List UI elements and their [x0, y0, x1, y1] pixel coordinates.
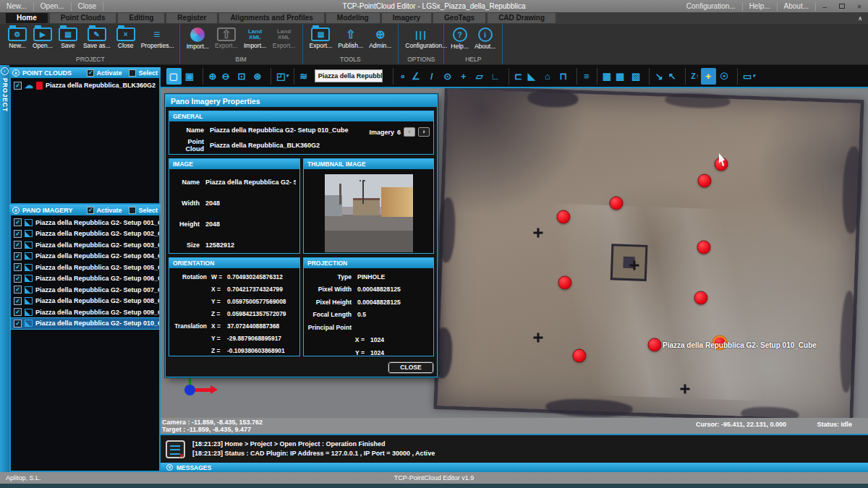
item-checkbox[interactable]	[14, 241, 22, 249]
select-checkbox[interactable]: Select	[129, 69, 158, 77]
ribbon-button[interactable]: ⊕Admin...	[366, 25, 394, 56]
ribbon-button[interactable]: ▤Save	[56, 25, 80, 56]
draw-polyline-icon[interactable]: ∠	[409, 68, 424, 85]
collapse-left-icon[interactable]: ‹	[1, 67, 9, 75]
titlebar-menu-item[interactable]: Open...	[34, 2, 72, 11]
menu-tab[interactable]: Alignments and Profiles	[219, 13, 323, 23]
ribbon-button[interactable]: ▶Open...	[30, 25, 56, 56]
screen-layout-icon[interactable]: ▭▾	[737, 68, 755, 85]
chevron-up-icon[interactable]: ∧	[12, 69, 20, 77]
menu-tab[interactable]: Point Clouds	[50, 13, 116, 23]
titlebar-menu-item[interactable]: New...	[0, 2, 34, 11]
item-checkbox[interactable]	[14, 297, 22, 305]
item-checkbox[interactable]	[14, 275, 22, 283]
scan-station-marker[interactable]	[534, 333, 543, 343]
item-checkbox[interactable]	[14, 263, 22, 271]
color-swatch[interactable]	[36, 82, 43, 90]
item-checkbox[interactable]	[14, 218, 22, 226]
pano-list-item[interactable]: Piazza della Repubblica G2- Setup 002_Cu…	[11, 228, 159, 240]
titlebar-menu-item[interactable]: Close	[72, 2, 104, 11]
select-checkbox[interactable]: Select	[129, 207, 158, 214]
zoom-out-icon[interactable]: ⊖	[218, 68, 234, 85]
ribbon-button[interactable]: ▤Export...	[307, 25, 336, 56]
close-window-icon[interactable]: ×	[851, 1, 868, 12]
draw-surface-icon[interactable]: ▱	[472, 68, 488, 85]
axes-widget-icon[interactable]: +	[701, 68, 716, 85]
menu-tab[interactable]: CAD Drawing	[488, 13, 556, 23]
draw-circle-icon[interactable]: ⊙	[441, 68, 456, 85]
ribbon-button[interactable]: ≡Properties...	[138, 25, 176, 56]
vector-back-icon[interactable]: ↖	[665, 68, 680, 85]
layers-icon[interactable]: ≋	[294, 68, 309, 85]
ribbon-button[interactable]: |||Configuration...	[402, 25, 440, 56]
select-rectangle-icon[interactable]: ▢	[166, 68, 182, 85]
item-checkbox[interactable]	[14, 252, 22, 260]
annotation-icon[interactable]: ≡	[576, 68, 592, 85]
close-button[interactable]: CLOSE	[388, 362, 433, 373]
pano-list-item[interactable]: Piazza della Repubblica G2- Setup 001_Cu…	[11, 217, 159, 228]
restore-icon[interactable]	[833, 1, 851, 12]
ribbon-button[interactable]: Land XMLImport...	[241, 25, 270, 56]
ribbon-button[interactable]: ?Help...	[448, 25, 472, 56]
titlebar-menu-item[interactable]: Configuration...	[680, 2, 743, 11]
imagery-next-button[interactable]: ›	[418, 127, 430, 137]
imagery-prev-button[interactable]: ‹	[404, 127, 415, 137]
ribbon-button[interactable]: ⚙New...	[5, 25, 30, 56]
pano-marker[interactable]	[698, 174, 712, 188]
grid-sparse-icon[interactable]: ▦	[597, 68, 612, 85]
pick-point-icon[interactable]: +	[456, 68, 472, 85]
activate-checkbox[interactable]: Activate	[87, 207, 122, 214]
grid-dense-icon[interactable]: ▩	[613, 68, 628, 85]
measure-length-icon[interactable]: ⊏	[509, 68, 524, 85]
pano-marker[interactable]	[697, 241, 711, 254]
point-cloud-item[interactable]: ☁ Piazza della Repubblica_BLK360G2	[11, 78, 159, 91]
zoom-window-icon[interactable]: ⊡	[234, 68, 250, 85]
menu-tab[interactable]: Editing	[118, 13, 164, 23]
measure-height-icon[interactable]: ⊓	[556, 68, 571, 85]
ribbon-button[interactable]: Import...	[184, 25, 212, 56]
project-tab-strip[interactable]: ‹ PROJECT	[0, 65, 9, 472]
pano-list-item[interactable]: Piazza della Repubblica G2- Setup 007_Cu…	[11, 284, 159, 296]
ribbon-button[interactable]: ⇧Export...	[212, 25, 241, 56]
pano-list-item[interactable]: Piazza della Repubblica G2- Setup 004_Cu…	[11, 251, 159, 262]
z-axis-icon[interactable]: Z↑	[685, 68, 700, 85]
item-checkbox[interactable]	[14, 286, 22, 294]
pano-list-item[interactable]: Piazza della Repubblica G2- Setup 006_Cu…	[11, 273, 159, 285]
item-checkbox[interactable]	[14, 320, 22, 328]
measure-area-icon[interactable]: ◣	[524, 68, 540, 85]
item-checkbox[interactable]	[14, 308, 22, 316]
draw-line-icon[interactable]: /	[425, 68, 440, 85]
pano-marker[interactable]	[648, 338, 662, 352]
scan-station-marker[interactable]	[630, 261, 639, 270]
pano-list-item[interactable]: Piazza della Repubblica G2- Setup 005_Cu…	[11, 262, 159, 273]
light-icon[interactable]: ☉	[717, 68, 732, 85]
menu-tab[interactable]: Modeling	[326, 13, 380, 23]
grid-slope-icon[interactable]: ▨	[629, 68, 644, 85]
pano-marker[interactable]	[694, 291, 708, 305]
ribbon-button[interactable]: ✎Save as...	[80, 25, 114, 56]
titlebar-menu-item[interactable]: Help...	[743, 2, 778, 11]
minimize-icon[interactable]: –	[816, 1, 833, 12]
pano-list-item[interactable]: Piazza della Repubblica G2- Setup 010_Cu…	[11, 318, 159, 330]
scene-dropdown[interactable]: Piazza della Repubbli ▾	[315, 69, 383, 82]
ribbon-button[interactable]: Land XMLExport...	[270, 25, 299, 56]
select-window-icon[interactable]: ▣	[182, 68, 197, 85]
menu-tab[interactable]: Home	[6, 13, 48, 23]
menu-tab[interactable]: Register	[166, 13, 217, 23]
titlebar-menu-item[interactable]: About...	[778, 2, 816, 11]
vector-forward-icon[interactable]: ↘	[649, 68, 664, 85]
ribbon-button[interactable]: ×Close	[114, 25, 138, 56]
scan-station-marker[interactable]	[681, 385, 690, 394]
zoom-extents-icon[interactable]: ⊛	[250, 68, 265, 85]
view-cube-icon[interactable]: ◰▾	[271, 68, 289, 85]
measure-volume-icon[interactable]: ⌂	[540, 68, 556, 85]
dialog-title[interactable]: Pano Imagery Properties	[166, 95, 437, 107]
scan-station-marker[interactable]	[534, 228, 543, 238]
pano-list-item[interactable]: Piazza della Repubblica G2- Setup 003_Cu…	[11, 239, 159, 251]
zoom-in-icon[interactable]: ⊕	[203, 68, 218, 85]
menu-tab[interactable]: Imagery	[382, 13, 431, 23]
messages-log-icon[interactable]	[166, 440, 185, 458]
ribbon-collapse-icon[interactable]: ∧	[858, 15, 862, 22]
item-checkbox[interactable]	[14, 230, 22, 238]
draw-point-icon[interactable]: ∘	[393, 68, 408, 85]
